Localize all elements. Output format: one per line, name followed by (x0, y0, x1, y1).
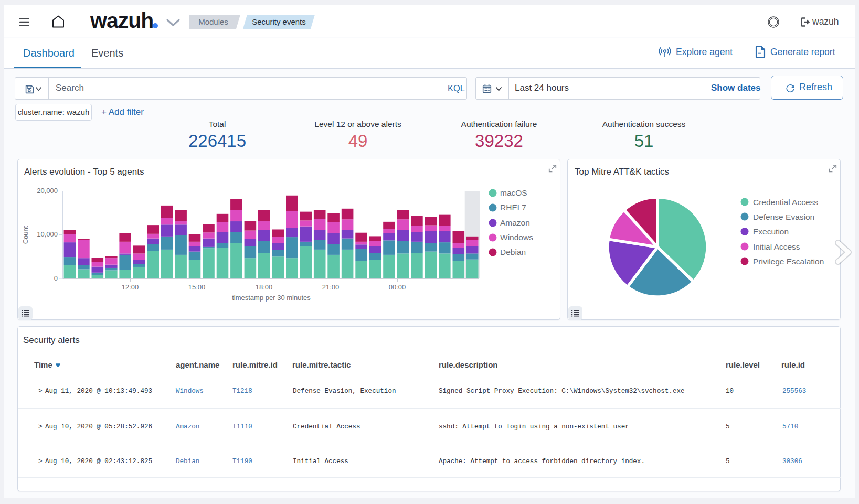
svg-text:00:00: 00:00 (389, 283, 406, 291)
svg-text:macOS: macOS (500, 188, 527, 197)
svg-text:Credential Access: Credential Access (753, 198, 818, 207)
svg-text:18:00: 18:00 (256, 283, 273, 291)
svg-text:timestamp per 30 minutes: timestamp per 30 minutes (232, 294, 311, 302)
svg-text:Count: Count (22, 226, 29, 244)
svg-text:Initial Access: Initial Access (753, 242, 800, 251)
svg-text:10,000: 10,000 (37, 230, 58, 238)
svg-text:Defense Evasion: Defense Evasion (753, 212, 814, 221)
svg-text:15:00: 15:00 (188, 283, 206, 291)
svg-text:21:00: 21:00 (322, 283, 340, 291)
svg-text:0: 0 (54, 274, 58, 282)
svg-text:20,000: 20,000 (37, 187, 58, 195)
svg-text:Debian: Debian (500, 248, 526, 256)
svg-text:Privilege Escalation: Privilege Escalation (753, 257, 824, 266)
svg-text:12:00: 12:00 (122, 283, 139, 291)
svg-text:RHEL7: RHEL7 (500, 203, 526, 212)
svg-text:Execution: Execution (753, 227, 789, 236)
svg-text:Windows: Windows (500, 233, 533, 242)
svg-text:Amazon: Amazon (500, 218, 530, 227)
